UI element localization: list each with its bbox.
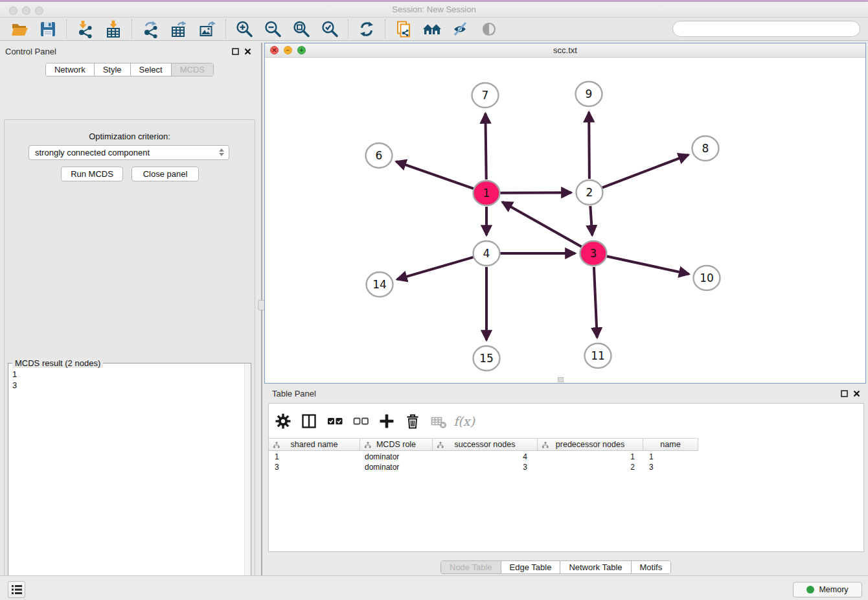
graph-node-label-8: 8 [702, 142, 709, 155]
graph-edge-2-3[interactable] [590, 206, 592, 235]
column-header-predecessor-nodes[interactable]: predecessor nodes [538, 439, 643, 451]
mcds-result-title: MCDS result (2 nodes) [12, 358, 103, 368]
table-cell[interactable]: 1 [643, 452, 698, 462]
export-image-icon[interactable] [198, 19, 217, 39]
dropdown-stepper-icon [219, 148, 224, 156]
tab-motifs[interactable]: Motifs [631, 561, 671, 573]
graph-edge-2-8[interactable] [602, 155, 689, 188]
network-window-title: scc.txt [265, 43, 865, 58]
import-table-icon[interactable] [104, 19, 123, 39]
tab-network-table[interactable]: Network Table [560, 561, 630, 573]
table-cell[interactable]: dominator [360, 452, 433, 462]
hide-selected-icon[interactable] [451, 19, 470, 39]
control-panel: Control Panel Network Style Select MCDS … [0, 43, 259, 570]
table-row[interactable]: 1dominator411 [269, 452, 698, 462]
first-neighbors-icon[interactable] [422, 19, 442, 39]
float-panel-icon[interactable] [232, 48, 239, 55]
control-panel-tabs: Network Style Select MCDS [45, 63, 214, 76]
main-toolbar [0, 17, 868, 41]
tab-mcds[interactable]: MCDS [171, 63, 213, 76]
delete-column-icon[interactable] [404, 413, 421, 430]
graph-edge-1-2[interactable] [500, 192, 571, 193]
save-session-icon[interactable] [38, 19, 58, 39]
column-header-shared-name[interactable]: shared name [269, 439, 360, 451]
column-header-MCDS-role[interactable]: MCDS role [360, 439, 433, 451]
table-cell[interactable]: 1 [269, 452, 360, 462]
criterion-dropdown[interactable]: strongly connected component [29, 145, 229, 160]
tab-edge-table[interactable]: Edge Table [501, 561, 560, 573]
network-resize-grip[interactable] [558, 377, 564, 382]
graph-node-label-2: 2 [586, 186, 593, 199]
table-cell[interactable]: 3 [433, 462, 538, 472]
node-table-container: f(x) shared nameMCDS rolesuccessor nodes… [268, 403, 864, 552]
graph-edge-2-9[interactable] [589, 112, 589, 179]
graph-edge-1-7[interactable] [485, 113, 486, 179]
toolbar-separator [66, 19, 67, 39]
table-cell[interactable]: 3 [643, 462, 698, 472]
mcds-result-group: MCDS result (2 nodes) 1 3 [8, 363, 251, 600]
mcds-result-scrollbar[interactable] [244, 364, 250, 600]
memory-button[interactable]: Memory [793, 582, 862, 597]
window-titlebar: Session: New Session [0, 2, 868, 17]
graph-edge-3-11[interactable] [594, 267, 597, 338]
column-header-name[interactable]: name [643, 439, 698, 451]
show-hidden-icon[interactable] [479, 19, 499, 39]
graph-edge-1-6[interactable] [396, 161, 474, 189]
apply-layout-icon[interactable] [357, 19, 376, 39]
search-input[interactable] [672, 21, 860, 37]
close-panel-icon[interactable] [244, 48, 251, 55]
settings-gear-icon[interactable] [274, 413, 291, 430]
graph-node-label-3: 3 [590, 247, 597, 260]
export-table-icon[interactable] [169, 19, 188, 39]
select-all-rows-icon[interactable] [326, 413, 343, 430]
window-title: Session: New Session [0, 2, 868, 17]
tab-node-table[interactable]: Node Table [441, 561, 501, 573]
table-cell[interactable]: 3 [269, 462, 360, 472]
table-header-row: shared nameMCDS rolesuccessor nodesprede… [269, 438, 698, 451]
graph-edge-4-14[interactable] [397, 257, 474, 279]
graph-node-label-1: 1 [483, 187, 490, 200]
graph-edge-3-10[interactable] [607, 256, 689, 274]
table-row[interactable]: 3dominator323 [269, 462, 698, 472]
control-panel-title: Control Panel [5, 47, 56, 56]
table-panel: Table Panel [264, 386, 868, 575]
graph-node-label-10: 10 [700, 271, 714, 284]
graph-node-label-7: 7 [482, 89, 489, 102]
open-session-icon[interactable] [10, 19, 29, 39]
column-type-icon [365, 442, 371, 448]
tab-select[interactable]: Select [130, 63, 171, 76]
add-column-icon[interactable] [378, 413, 395, 430]
graph-edge-3-1[interactable] [502, 202, 581, 247]
graph-node-label-4: 4 [483, 247, 490, 260]
run-mcds-button[interactable]: Run MCDS [61, 167, 123, 181]
zoom-out-icon[interactable] [263, 19, 282, 39]
table-cell[interactable]: 2 [538, 462, 643, 472]
graph-node-label-9: 9 [586, 87, 593, 100]
task-history-button[interactable] [8, 581, 25, 598]
network-graph[interactable]: 7968124314101511 [265, 58, 865, 383]
zoom-fit-icon[interactable] [291, 19, 311, 39]
tab-style[interactable]: Style [94, 63, 130, 76]
function-builder-icon[interactable]: f(x) [455, 413, 473, 430]
clone-network-icon[interactable] [394, 19, 413, 39]
close-panel-button[interactable]: Close panel [131, 167, 199, 181]
column-header-successor-nodes[interactable]: successor nodes [433, 439, 538, 451]
table-cell[interactable]: 4 [433, 452, 538, 462]
table-cell[interactable]: dominator [360, 462, 433, 472]
deselect-all-rows-icon[interactable] [352, 413, 369, 430]
table-tabs: Node Table Edge Table Network Table Moti… [440, 560, 671, 574]
import-network-icon[interactable] [75, 19, 95, 39]
delete-table-icon[interactable] [429, 413, 447, 430]
export-network-icon[interactable] [141, 19, 160, 39]
float-table-panel-icon[interactable] [841, 390, 848, 397]
zoom-in-icon[interactable] [234, 19, 254, 39]
column-type-icon [437, 442, 444, 448]
toolbar-separator [225, 19, 226, 39]
column-chooser-icon[interactable] [300, 413, 317, 430]
network-window-titlebar: ✕ − + scc.txt [265, 43, 865, 58]
table-cell[interactable]: 1 [538, 452, 643, 462]
tab-network[interactable]: Network [46, 63, 94, 76]
close-table-panel-icon[interactable] [853, 390, 860, 397]
toolbar-separator [385, 19, 385, 39]
zoom-selected-icon[interactable] [320, 19, 339, 39]
